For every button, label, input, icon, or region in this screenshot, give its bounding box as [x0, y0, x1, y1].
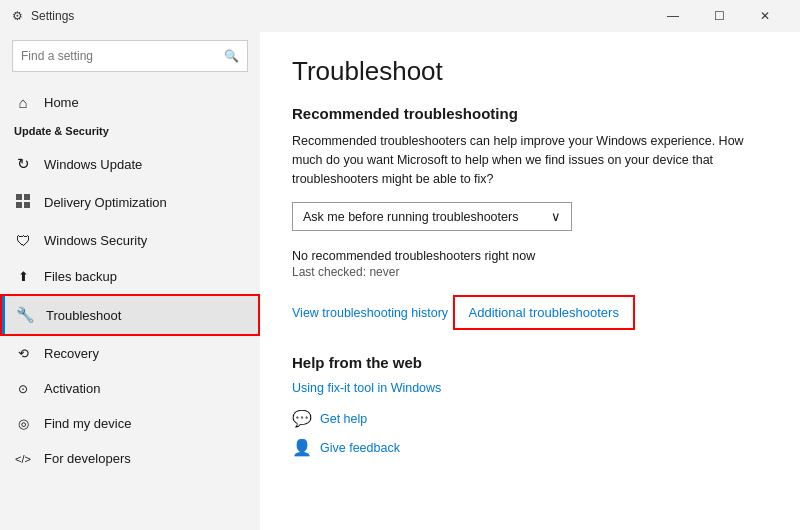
status-text: No recommended troubleshooters right now	[292, 249, 768, 263]
page-title: Troubleshoot	[292, 56, 768, 87]
get-help-icon: 💬	[292, 409, 312, 428]
sidebar-item-delivery-optimization[interactable]: Delivery Optimization	[0, 183, 260, 222]
sidebar-item-activation[interactable]: ⊙ Activation	[0, 371, 260, 406]
sidebar-item-recovery[interactable]: ⟲ Recovery	[0, 336, 260, 371]
delivery-optimization-icon	[14, 193, 32, 212]
svg-rect-2	[16, 202, 22, 208]
for-developers-icon: </>	[14, 453, 32, 465]
search-icon: 🔍	[224, 49, 239, 63]
recovery-icon: ⟲	[14, 346, 32, 361]
activation-icon: ⊙	[14, 382, 32, 396]
give-feedback-label: Give feedback	[320, 441, 400, 455]
additional-troubleshooters-button[interactable]: Additional troubleshooters	[453, 295, 635, 330]
sidebar-item-for-developers[interactable]: </> For developers	[0, 441, 260, 476]
sidebar-item-home[interactable]: ⌂ Home	[0, 84, 260, 121]
sidebar-item-find-my-device[interactable]: ◎ Find my device	[0, 406, 260, 441]
find-my-device-icon: ◎	[14, 416, 32, 431]
maximize-button[interactable]: ☐	[696, 0, 742, 32]
title-bar: ⚙ Settings — ☐ ✕	[0, 0, 800, 32]
svg-rect-0	[16, 194, 22, 200]
svg-rect-3	[24, 202, 30, 208]
svg-rect-1	[24, 194, 30, 200]
help-section-title: Help from the web	[292, 354, 768, 371]
give-feedback-icon: 👤	[292, 438, 312, 457]
recommended-description: Recommended troubleshooters can help imp…	[292, 132, 768, 188]
title-bar-text: Settings	[31, 9, 74, 23]
sidebar-item-windows-update[interactable]: ↻ Windows Update	[0, 145, 260, 183]
sidebar-item-windows-update-label: Windows Update	[44, 157, 142, 172]
title-bar-left: ⚙ Settings	[12, 9, 74, 23]
settings-icon: ⚙	[12, 9, 23, 23]
content-area: Troubleshoot Recommended troubleshooting…	[260, 32, 800, 530]
get-help-label: Get help	[320, 412, 367, 426]
sidebar-item-files-backup[interactable]: ⬆ Files backup	[0, 259, 260, 294]
chevron-down-icon: ∨	[551, 209, 561, 224]
view-history-link[interactable]: View troubleshooting history	[292, 306, 448, 320]
sidebar-item-files-backup-label: Files backup	[44, 269, 117, 284]
windows-security-icon: 🛡	[14, 232, 32, 249]
get-help-action[interactable]: 💬 Get help	[292, 409, 768, 428]
title-bar-controls: — ☐ ✕	[650, 0, 788, 32]
sidebar-item-troubleshoot[interactable]: 🔧 Troubleshoot	[0, 294, 260, 336]
sidebar-section-title: Update & Security	[0, 121, 260, 145]
sidebar-item-delivery-optimization-label: Delivery Optimization	[44, 195, 167, 210]
web-link[interactable]: Using fix-it tool in Windows	[292, 381, 768, 395]
troubleshoot-icon: 🔧	[16, 306, 34, 324]
sidebar-item-troubleshoot-label: Troubleshoot	[46, 308, 121, 323]
give-feedback-action[interactable]: 👤 Give feedback	[292, 438, 768, 457]
home-icon: ⌂	[14, 94, 32, 111]
recommended-section-title: Recommended troubleshooting	[292, 105, 768, 122]
sidebar-item-home-label: Home	[44, 95, 79, 110]
windows-update-icon: ↻	[14, 155, 32, 173]
close-button[interactable]: ✕	[742, 0, 788, 32]
last-checked-text: Last checked: never	[292, 265, 768, 279]
sidebar: 🔍 ⌂ Home Update & Security ↻ Windows Upd…	[0, 32, 260, 530]
main-window: 🔍 ⌂ Home Update & Security ↻ Windows Upd…	[0, 32, 800, 530]
sidebar-item-windows-security-label: Windows Security	[44, 233, 147, 248]
sidebar-item-activation-label: Activation	[44, 381, 100, 396]
search-input[interactable]	[21, 49, 224, 63]
sidebar-item-recovery-label: Recovery	[44, 346, 99, 361]
troubleshoot-dropdown[interactable]: Ask me before running troubleshooters ∨	[292, 202, 572, 231]
sidebar-item-find-my-device-label: Find my device	[44, 416, 131, 431]
search-box[interactable]: 🔍	[12, 40, 248, 72]
files-backup-icon: ⬆	[14, 269, 32, 284]
dropdown-label: Ask me before running troubleshooters	[303, 210, 518, 224]
sidebar-item-for-developers-label: For developers	[44, 451, 131, 466]
minimize-button[interactable]: —	[650, 0, 696, 32]
status-section: No recommended troubleshooters right now…	[292, 249, 768, 279]
sidebar-item-windows-security[interactable]: 🛡 Windows Security	[0, 222, 260, 259]
